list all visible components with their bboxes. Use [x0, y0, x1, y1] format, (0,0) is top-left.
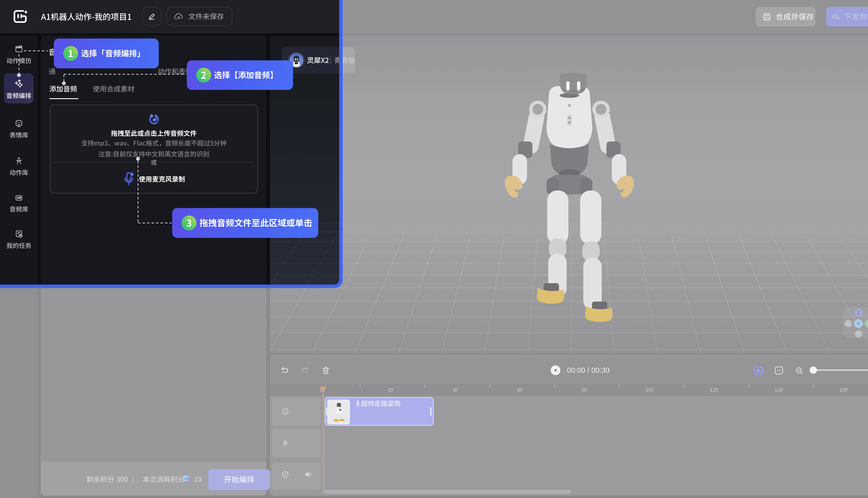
- svg-text:X: X: [867, 321, 868, 326]
- svg-text:Y: Y: [857, 321, 860, 326]
- svg-text:Z: Z: [857, 311, 860, 316]
